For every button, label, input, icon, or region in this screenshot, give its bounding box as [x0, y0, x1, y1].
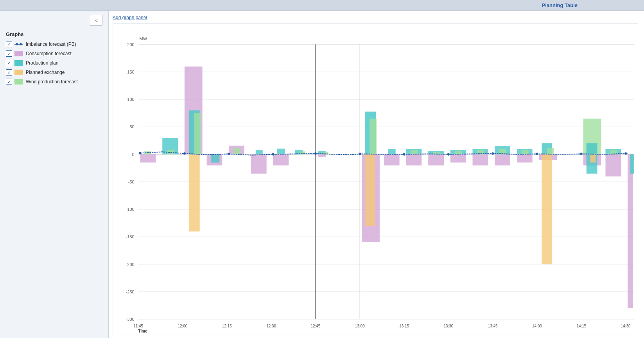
legend-color-planned-exchange — [14, 70, 23, 75]
legend-checkbox-consumption[interactable]: ✓ — [6, 50, 12, 57]
legend-item-production[interactable]: ✓ Production plan — [6, 60, 102, 66]
bar-wind-1300 — [370, 119, 377, 154]
legend-checkbox-production[interactable]: ✓ — [6, 60, 12, 66]
main-content: < Graphs ✓ Imbalance forecast (PB) ✓ Con… — [0, 11, 644, 338]
legend-color-imbalance — [14, 41, 23, 47]
bar-production-1207 — [211, 154, 220, 162]
imbalance-dot — [314, 152, 317, 155]
bar-wind-1400 — [547, 148, 554, 155]
bar-production-1430 — [630, 154, 634, 173]
imbalance-dot — [403, 153, 405, 155]
bar-production-1222 — [256, 150, 263, 155]
y-tick-200: 200 — [127, 42, 134, 47]
y-tick-n150: -150 — [126, 234, 135, 239]
bar-exchange-1300 — [365, 154, 375, 225]
x-tick-1230: 12:30 — [266, 324, 276, 328]
bar-consumption-1352 — [517, 154, 533, 162]
legend-color-production — [14, 60, 23, 66]
bar-production-1415 — [587, 143, 597, 154]
y-tick-150: 150 — [127, 70, 134, 74]
bar-consumption-1337 — [473, 154, 488, 165]
legend-checkbox-wind[interactable]: ✓ — [6, 79, 12, 85]
x-tick-1400: 14:00 — [532, 324, 542, 328]
chart-svg: 200 150 100 50 0 -50 -100 — [113, 24, 638, 336]
bar-wind-1215 — [233, 148, 240, 155]
bar-wind-1315 — [411, 150, 418, 155]
add-graph-panel-link[interactable]: Add graph panel — [113, 15, 638, 20]
legend-label-consumption: Consumption forecast — [26, 51, 72, 56]
collapse-button[interactable]: < — [90, 15, 102, 26]
bar-exchange-1400 — [542, 154, 552, 264]
y-tick-n50: -50 — [128, 180, 135, 184]
legend-label-wind: Wind production forecast — [26, 79, 78, 84]
imbalance-dot — [536, 153, 538, 155]
bar-consumption-1430 — [628, 154, 633, 308]
bar-consumption-1330 — [450, 154, 466, 162]
y-tick-n250: -250 — [126, 289, 135, 294]
imbalance-dot — [580, 153, 583, 155]
imbalance-dot — [228, 153, 230, 155]
x-tick-1145: 11:45 — [133, 324, 143, 328]
bar-consumption-1222 — [251, 154, 267, 173]
legend-checkbox-imbalance[interactable]: ✓ — [6, 41, 12, 47]
bar-production-1230 — [277, 149, 285, 154]
imbalance-dot — [359, 153, 361, 155]
bar-exchange-1200 — [189, 154, 200, 231]
bar-consumption-1145 — [140, 154, 156, 162]
imbalance-dot — [272, 153, 274, 155]
bar-consumption-1307 — [384, 154, 400, 165]
bar-consumption-1345 — [495, 154, 510, 165]
top-bar: Planning Table — [0, 0, 644, 11]
graphs-section-title: Graphs — [6, 31, 102, 37]
bar-consumption-1245 — [318, 154, 326, 156]
bar-consumption-1315 — [406, 154, 422, 165]
bar-wind-1200 — [194, 113, 201, 154]
x-tick-1430: 14:30 — [621, 324, 631, 328]
x-tick-1345: 13:45 — [488, 324, 498, 328]
imbalance-dot — [624, 152, 627, 155]
y-tick-n300: -300 — [126, 317, 135, 322]
y-tick-100: 100 — [127, 97, 134, 102]
bar-production-1307 — [388, 149, 396, 155]
bar-wind-1352 — [522, 150, 529, 154]
legend-label-imbalance: Imbalance forecast (PB) — [26, 41, 76, 47]
y-axis-label: MW — [140, 36, 147, 41]
legend-color-wind — [14, 79, 23, 84]
y-tick-n100: -100 — [126, 207, 135, 212]
y-tick-n200: -200 — [126, 262, 135, 266]
x-tick-1200: 12:00 — [178, 324, 188, 328]
bar-consumption-1230 — [273, 154, 289, 165]
x-tick-1300: 13:00 — [355, 324, 365, 328]
chart-container: 200 150 100 50 0 -50 -100 — [113, 23, 638, 336]
x-axis-label: Time — [138, 329, 147, 333]
bar-consumption-1422 — [605, 154, 621, 176]
legend-item-wind[interactable]: ✓ Wind production forecast — [6, 79, 102, 85]
legend-label-production: Production plan — [26, 60, 58, 66]
bar-exchange-1415 — [590, 154, 596, 162]
imbalance-dot — [492, 152, 494, 155]
page-title: Planning Table — [542, 2, 578, 8]
legend-color-consumption — [14, 51, 23, 56]
x-tick-1330: 13:30 — [443, 324, 453, 328]
legend-item-planned-exchange[interactable]: ✓ Planned exchange — [6, 69, 102, 76]
imbalance-dot — [447, 153, 450, 155]
legend-label-planned-exchange: Planned exchange — [26, 70, 65, 75]
x-tick-1245: 12:45 — [310, 324, 320, 328]
chart-area: Add graph panel 200 150 100 — [109, 11, 644, 338]
legend-item-imbalance[interactable]: ✓ Imbalance forecast (PB) — [6, 41, 102, 47]
y-tick-50: 50 — [130, 124, 135, 129]
imbalance-dot — [139, 152, 142, 154]
sidebar: < Graphs ✓ Imbalance forecast (PB) ✓ Con… — [0, 11, 109, 338]
x-tick-1315: 13:15 — [399, 324, 409, 328]
bar-consumption-1322 — [428, 154, 444, 165]
x-tick-1415: 14:15 — [576, 324, 586, 328]
legend-checkbox-planned-exchange[interactable]: ✓ — [6, 69, 12, 76]
y-tick-0: 0 — [132, 152, 135, 156]
x-tick-1215: 12:15 — [222, 324, 232, 328]
imbalance-dot — [183, 152, 186, 155]
legend-item-consumption[interactable]: ✓ Consumption forecast — [6, 50, 102, 57]
